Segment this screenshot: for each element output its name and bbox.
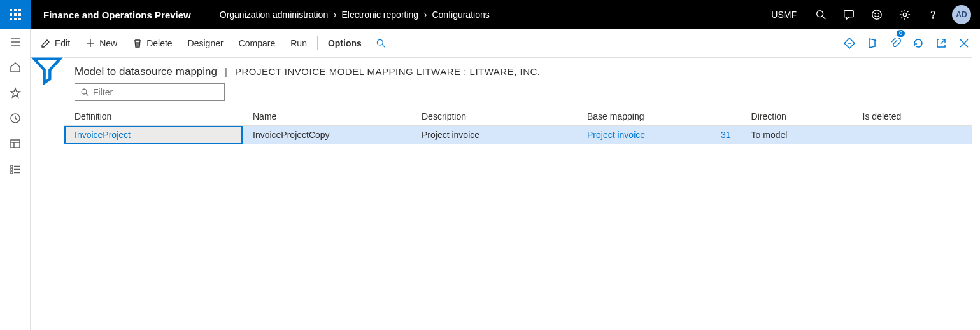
help-button[interactable] <box>920 0 946 29</box>
gear-icon <box>899 9 911 20</box>
nav-hamburger-button[interactable] <box>0 29 31 55</box>
edit-icon <box>41 38 51 48</box>
messages-button[interactable] <box>836 0 862 29</box>
toolbar-search[interactable] <box>369 29 392 57</box>
svg-rect-7 <box>14 18 17 20</box>
breadcrumb-item-2[interactable]: Configurations <box>432 10 489 20</box>
svg-rect-2 <box>18 9 21 11</box>
svg-rect-0 <box>10 9 12 11</box>
smile-icon <box>871 9 883 20</box>
breadcrumb-item-1[interactable]: Electronic reporting <box>342 10 419 20</box>
help-icon <box>927 9 939 20</box>
designer-label: Designer <box>188 38 224 48</box>
svg-rect-4 <box>14 13 17 16</box>
svg-line-33 <box>382 45 385 47</box>
refresh-button[interactable] <box>907 32 929 54</box>
delete-button[interactable]: Delete <box>125 29 180 57</box>
header-right: USMF AD <box>762 0 980 29</box>
breadcrumb: Organization administration › Electronic… <box>204 0 763 29</box>
funnel-icon <box>31 53 64 57</box>
popout-icon <box>935 38 947 49</box>
svg-point-15 <box>903 13 906 16</box>
svg-point-12 <box>872 10 881 19</box>
svg-rect-6 <box>10 18 12 20</box>
plus-icon <box>85 38 96 48</box>
svg-line-10 <box>823 17 826 20</box>
search-icon <box>815 9 827 20</box>
attachment-icon <box>890 38 901 49</box>
compare-label: Compare <box>239 38 276 48</box>
toolbar-divider <box>317 36 318 50</box>
popout-button[interactable] <box>930 32 952 54</box>
app-title: Finance and Operations Preview <box>31 0 204 29</box>
new-button[interactable]: New <box>78 29 125 57</box>
svg-rect-8 <box>18 18 21 20</box>
global-header: Finance and Operations Preview Organizat… <box>0 0 980 29</box>
breadcrumb-item-0[interactable]: Organization administration <box>220 10 328 20</box>
svg-rect-11 <box>844 11 853 17</box>
refresh-icon <box>913 38 924 49</box>
svg-point-9 <box>817 11 823 17</box>
options-label: Options <box>328 38 362 48</box>
user-avatar[interactable]: AD <box>952 5 971 24</box>
pin-button[interactable] <box>839 32 860 54</box>
delete-label: Delete <box>146 38 172 48</box>
search-icon <box>376 38 386 48</box>
app-launcher-button[interactable] <box>0 0 31 29</box>
svg-point-14 <box>878 13 879 14</box>
svg-rect-5 <box>18 13 21 16</box>
close-icon <box>958 38 970 49</box>
edit-button[interactable]: Edit <box>33 29 78 57</box>
designer-button[interactable]: Designer <box>180 29 231 57</box>
svg-rect-1 <box>14 9 17 11</box>
office-button[interactable] <box>862 32 883 54</box>
feedback-button[interactable] <box>864 0 890 29</box>
chevron-right-icon: › <box>423 9 427 20</box>
action-bar: Edit New Delete Designer Compare Run Opt… <box>31 29 980 57</box>
run-label: Run <box>290 38 307 48</box>
settings-button[interactable] <box>892 0 918 29</box>
company-code[interactable]: USMF <box>762 10 806 20</box>
waffle-icon <box>10 9 21 20</box>
svg-point-16 <box>932 18 933 18</box>
new-label: New <box>99 38 117 48</box>
svg-line-35 <box>875 46 876 46</box>
hamburger-icon <box>10 36 21 48</box>
attachments-count: 0 <box>897 30 905 37</box>
search-button[interactable] <box>808 0 834 29</box>
run-button[interactable]: Run <box>283 29 315 57</box>
attachments-button[interactable]: 0 <box>884 32 906 54</box>
compare-button[interactable]: Compare <box>231 29 283 57</box>
svg-line-34 <box>875 40 876 41</box>
nav-home-button[interactable] <box>0 55 31 57</box>
chat-icon <box>843 9 855 20</box>
options-button[interactable]: Options <box>320 29 369 57</box>
svg-point-32 <box>377 39 383 45</box>
action-bar-right: 0 <box>839 29 975 57</box>
office-icon <box>867 38 878 49</box>
svg-point-13 <box>875 13 876 14</box>
chevron-right-icon: › <box>333 9 336 20</box>
svg-rect-3 <box>10 13 12 16</box>
nav-rail <box>0 29 31 57</box>
diamond-icon <box>844 38 855 49</box>
trash-icon <box>132 38 143 48</box>
edit-label: Edit <box>55 38 70 48</box>
close-button[interactable] <box>953 32 975 54</box>
